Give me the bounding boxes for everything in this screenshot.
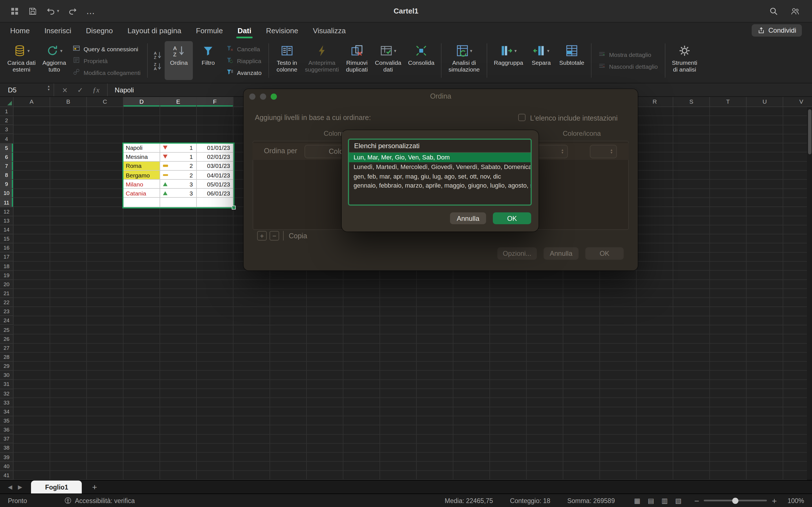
row-header-8[interactable]: 8 (0, 171, 13, 180)
value-cell[interactable]: 1 (160, 144, 197, 152)
row-header-5[interactable]: 5 (0, 144, 13, 152)
date-cell[interactable]: 06/01/23 (197, 189, 234, 198)
ribbon-button-ordina[interactable]: AZOrdina (165, 41, 193, 80)
name-box[interactable]: D5 ▴▾ (0, 83, 54, 96)
ribbon-button-subtotale[interactable]: Subtotale (557, 41, 587, 80)
copy-level-button[interactable]: Copia (289, 232, 307, 240)
ribbon-button-filtro[interactable]: Filtro (194, 41, 222, 80)
vertical-scrollbar[interactable] (807, 107, 812, 480)
date-cell[interactable] (197, 198, 234, 207)
row-header-38[interactable]: 38 (0, 444, 13, 453)
row-header-22[interactable]: 22 (0, 298, 13, 307)
ribbon-button-strumenti-di-analisi[interactable]: Strumenti di analisi (669, 41, 700, 80)
row-header-37[interactable]: 37 (0, 435, 13, 444)
tab-layout-di-pagina[interactable]: Layout di pagina (128, 26, 181, 35)
more-commands-icon[interactable]: … (86, 6, 95, 16)
column-header-E[interactable]: E (160, 97, 197, 107)
zoom-slider[interactable] (704, 500, 767, 501)
confirm-entry-icon[interactable]: ✓ (77, 86, 83, 94)
value-cell[interactable]: 1 (160, 152, 197, 161)
ribbon-button-aggiorna-tutto[interactable]: ▾Aggiorna tutto (40, 41, 69, 80)
date-cell[interactable]: 05/01/23 (197, 180, 234, 189)
row-header-23[interactable]: 23 (0, 307, 13, 316)
row-header-7[interactable]: 7 (0, 162, 13, 171)
row-header-24[interactable]: 24 (0, 316, 13, 325)
remove-level-button[interactable]: − (269, 231, 279, 240)
custom-list-item[interactable]: Lunedì, Martedì, Mercoledì, Giovedì, Ven… (349, 162, 530, 172)
date-cell[interactable]: 01/01/23 (197, 144, 234, 152)
vertical-scrollbar-thumb[interactable] (808, 109, 811, 154)
row-header-41[interactable]: 41 (0, 471, 13, 480)
row-header-27[interactable]: 27 (0, 344, 13, 353)
row-header-17[interactable]: 17 (0, 252, 13, 262)
lists-cancel-button[interactable]: Annulla (450, 212, 486, 224)
city-cell[interactable]: Catania (123, 189, 160, 198)
zoom-out-icon[interactable]: − (694, 497, 699, 504)
sort-az-icon[interactable]: AZ (153, 51, 162, 59)
city-cell[interactable]: Napoli (123, 144, 160, 152)
row-header-9[interactable]: 9 (0, 180, 13, 189)
value-cell[interactable]: 3 (160, 189, 197, 198)
row-header-11[interactable]: 11 (0, 198, 13, 207)
sort-za-icon[interactable]: ZA (153, 62, 162, 70)
undo-button[interactable]: ▾ (46, 6, 59, 15)
tab-home[interactable]: Home (10, 26, 30, 35)
insert-function-icon[interactable]: ƒx (93, 86, 100, 94)
tab-revisione[interactable]: Revisione (266, 26, 298, 35)
custom-list-item[interactable]: gen, feb, mar, apr, mag, giu, lug, ago, … (349, 172, 530, 181)
column-header-V[interactable]: V (783, 97, 812, 107)
lists-ok-button[interactable]: OK (493, 212, 531, 224)
date-cell[interactable]: 02/01/23 (197, 152, 234, 161)
tab-visualizza[interactable]: Visualizza (313, 26, 346, 35)
ribbon-button-testo-in-colonne[interactable]: Testo in colonne (273, 41, 301, 80)
city-cell[interactable]: Bergamo (123, 171, 160, 180)
ribbon-button-query-and-connessioni[interactable]: Query & connessioni (73, 45, 140, 53)
column-header-S[interactable]: S (673, 97, 710, 107)
tab-disegno[interactable]: Disegno (86, 26, 113, 35)
custom-list-item[interactable]: Lun, Mar, Mer, Gio, Ven, Sab, Dom (349, 153, 530, 162)
row-header-6[interactable]: 6 (0, 152, 13, 161)
row-header-39[interactable]: 39 (0, 453, 13, 462)
column-header-R[interactable]: R (637, 97, 673, 107)
ribbon-button-convalida-dati[interactable]: ▾Convalida dati (372, 41, 404, 80)
redo-icon[interactable] (68, 6, 77, 15)
row-header-26[interactable]: 26 (0, 334, 13, 343)
row-header-25[interactable]: 25 (0, 325, 13, 334)
row-header-20[interactable]: 20 (0, 280, 13, 289)
column-header-U[interactable]: U (747, 97, 783, 107)
row-header-34[interactable]: 34 (0, 407, 13, 416)
view-page-layout-icon[interactable]: ▤ (648, 497, 654, 504)
view-normal-icon[interactable]: ▦ (634, 497, 641, 504)
ribbon-button-analisi-di-simulazione[interactable]: ▾Analisi di simulazione (446, 41, 483, 80)
value-cell[interactable] (160, 198, 197, 207)
value-cell[interactable]: 3 (160, 180, 197, 189)
date-cell[interactable]: 03/01/23 (197, 162, 234, 171)
row-header-31[interactable]: 31 (0, 380, 13, 389)
sort-ok-button[interactable]: OK (585, 247, 624, 260)
row-header-4[interactable]: 4 (0, 134, 13, 144)
zoom-in-icon[interactable]: + (772, 497, 777, 504)
city-cell[interactable]: Milano (123, 180, 160, 189)
row-header-12[interactable]: 12 (0, 207, 13, 216)
row-header-29[interactable]: 29 (0, 362, 13, 371)
row-header-14[interactable]: 14 (0, 225, 13, 234)
view-page-break-icon[interactable]: ▥ (661, 497, 668, 504)
column-header-T[interactable]: T (710, 97, 747, 107)
row-header-19[interactable]: 19 (0, 271, 13, 280)
row-header-13[interactable]: 13 (0, 216, 13, 225)
column-header-C[interactable]: C (87, 97, 123, 107)
status-accessibility[interactable]: Accessibilità: verifica (75, 497, 135, 504)
next-sheet-icon[interactable]: ▶ (18, 484, 22, 490)
row-header-21[interactable]: 21 (0, 289, 13, 298)
column-header-F[interactable]: F (197, 97, 234, 107)
city-cell[interactable] (123, 198, 160, 207)
value-cell[interactable]: 2 (160, 171, 197, 180)
ribbon-button-consolida[interactable]: Consolida (405, 41, 437, 80)
add-level-button[interactable]: + (257, 231, 267, 240)
cancel-entry-icon[interactable]: × (62, 86, 68, 94)
people-icon[interactable] (791, 6, 800, 15)
name-box-stepper[interactable]: ▴▾ (48, 85, 50, 91)
ribbon-button-separa[interactable]: ▾Separa (527, 41, 555, 80)
row-header-3[interactable]: 3 (0, 125, 13, 134)
tab-inserisci[interactable]: Inserisci (44, 26, 71, 35)
